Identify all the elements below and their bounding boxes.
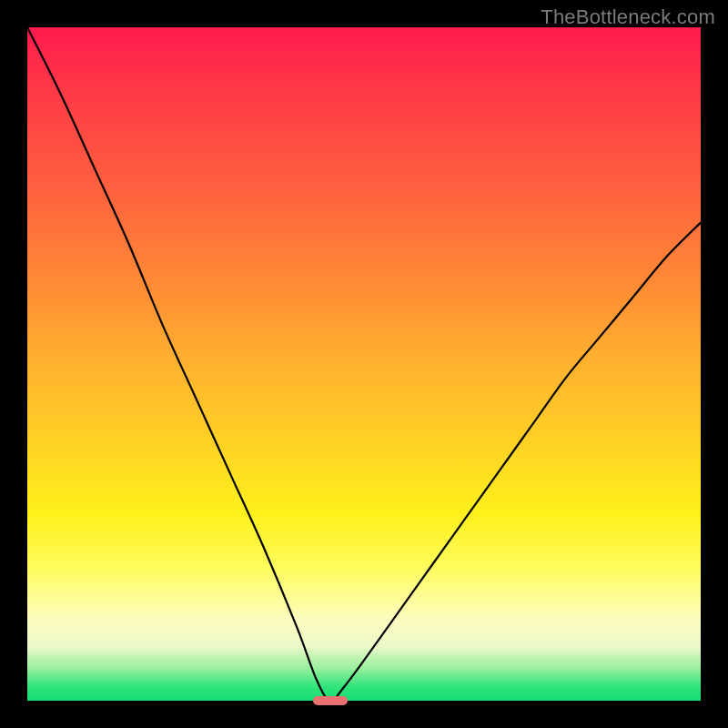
plot-area (27, 27, 701, 701)
bottleneck-curve (27, 27, 701, 701)
chart-frame: TheBottleneck.com (0, 0, 728, 728)
curve-path (27, 27, 701, 701)
min-pill-marker (313, 696, 348, 705)
watermark-text: TheBottleneck.com (541, 5, 715, 29)
